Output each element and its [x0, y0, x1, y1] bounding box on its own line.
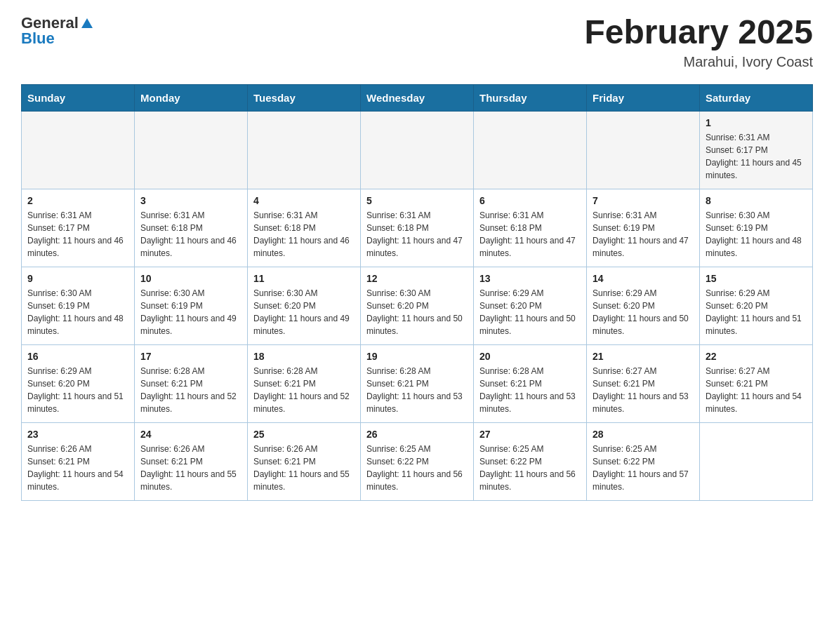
title-block: February 2025 Marahui, Ivory Coast: [584, 14, 813, 70]
table-row: 13Sunrise: 6:29 AM Sunset: 6:20 PM Dayli…: [474, 267, 587, 344]
day-number: 6: [479, 195, 581, 206]
day-info: Sunrise: 6:26 AM Sunset: 6:21 PM Dayligh…: [140, 443, 241, 493]
table-row: 15Sunrise: 6:29 AM Sunset: 6:20 PM Dayli…: [700, 267, 813, 344]
table-row: 6Sunrise: 6:31 AM Sunset: 6:18 PM Daylig…: [474, 189, 587, 267]
day-info: Sunrise: 6:31 AM Sunset: 6:18 PM Dayligh…: [366, 209, 468, 260]
day-info: Sunrise: 6:31 AM Sunset: 6:17 PM Dayligh…: [27, 209, 128, 260]
day-number: 14: [593, 273, 694, 284]
page-header: General Blue February 2025 Marahui, Ivor…: [21, 14, 813, 70]
day-number: 22: [706, 351, 807, 362]
calendar-week-row: 16Sunrise: 6:29 AM Sunset: 6:20 PM Dayli…: [22, 344, 813, 422]
header-monday: Monday: [135, 84, 248, 111]
day-number: 4: [253, 195, 355, 206]
svg-marker-0: [81, 18, 93, 28]
day-number: 20: [479, 351, 581, 362]
day-info: Sunrise: 6:29 AM Sunset: 6:20 PM Dayligh…: [479, 287, 581, 337]
table-row: 9Sunrise: 6:30 AM Sunset: 6:19 PM Daylig…: [22, 267, 135, 344]
table-row: [248, 111, 361, 189]
day-info: Sunrise: 6:28 AM Sunset: 6:21 PM Dayligh…: [253, 365, 355, 415]
month-title: February 2025: [584, 14, 813, 51]
table-row: 5Sunrise: 6:31 AM Sunset: 6:18 PM Daylig…: [361, 189, 474, 267]
table-row: 1Sunrise: 6:31 AM Sunset: 6:17 PM Daylig…: [700, 111, 813, 189]
day-info: Sunrise: 6:31 AM Sunset: 6:18 PM Dayligh…: [140, 209, 241, 260]
logo-blue: Blue: [21, 29, 55, 48]
day-info: Sunrise: 6:30 AM Sunset: 6:19 PM Dayligh…: [27, 287, 128, 337]
logo-triangle-icon: [80, 17, 94, 31]
calendar-week-row: 9Sunrise: 6:30 AM Sunset: 6:19 PM Daylig…: [22, 267, 813, 344]
calendar-week-row: 1Sunrise: 6:31 AM Sunset: 6:17 PM Daylig…: [22, 111, 813, 189]
day-number: 9: [27, 273, 128, 284]
logo: General Blue: [21, 14, 94, 48]
table-row: [587, 111, 700, 189]
day-number: 2: [27, 195, 128, 206]
weekday-header-row: Sunday Monday Tuesday Wednesday Thursday…: [22, 84, 813, 111]
day-info: Sunrise: 6:29 AM Sunset: 6:20 PM Dayligh…: [706, 287, 807, 337]
day-info: Sunrise: 6:25 AM Sunset: 6:22 PM Dayligh…: [479, 443, 581, 493]
table-row: 3Sunrise: 6:31 AM Sunset: 6:18 PM Daylig…: [135, 189, 248, 267]
day-number: 7: [593, 195, 694, 206]
table-row: 28Sunrise: 6:25 AM Sunset: 6:22 PM Dayli…: [587, 422, 700, 500]
table-row: 14Sunrise: 6:29 AM Sunset: 6:20 PM Dayli…: [587, 267, 700, 344]
day-info: Sunrise: 6:27 AM Sunset: 6:21 PM Dayligh…: [706, 365, 807, 415]
day-info: Sunrise: 6:28 AM Sunset: 6:21 PM Dayligh…: [140, 365, 241, 415]
day-info: Sunrise: 6:30 AM Sunset: 6:20 PM Dayligh…: [366, 287, 468, 337]
day-info: Sunrise: 6:28 AM Sunset: 6:21 PM Dayligh…: [479, 365, 581, 415]
header-saturday: Saturday: [700, 84, 813, 111]
table-row: 16Sunrise: 6:29 AM Sunset: 6:20 PM Dayli…: [22, 344, 135, 422]
day-info: Sunrise: 6:26 AM Sunset: 6:21 PM Dayligh…: [253, 443, 355, 493]
day-number: 28: [593, 429, 694, 440]
table-row: [361, 111, 474, 189]
day-info: Sunrise: 6:31 AM Sunset: 6:19 PM Dayligh…: [593, 209, 694, 260]
table-row: 26Sunrise: 6:25 AM Sunset: 6:22 PM Dayli…: [361, 422, 474, 500]
day-number: 10: [140, 273, 241, 284]
day-number: 25: [253, 429, 355, 440]
day-info: Sunrise: 6:25 AM Sunset: 6:22 PM Dayligh…: [366, 443, 468, 493]
table-row: 27Sunrise: 6:25 AM Sunset: 6:22 PM Dayli…: [474, 422, 587, 500]
logo-text-block: General Blue: [21, 14, 94, 48]
day-info: Sunrise: 6:31 AM Sunset: 6:18 PM Dayligh…: [253, 209, 355, 260]
header-thursday: Thursday: [474, 84, 587, 111]
table-row: 18Sunrise: 6:28 AM Sunset: 6:21 PM Dayli…: [248, 344, 361, 422]
day-info: Sunrise: 6:29 AM Sunset: 6:20 PM Dayligh…: [593, 287, 694, 337]
day-number: 27: [479, 429, 581, 440]
table-row: 4Sunrise: 6:31 AM Sunset: 6:18 PM Daylig…: [248, 189, 361, 267]
day-number: 17: [140, 351, 241, 362]
header-tuesday: Tuesday: [248, 84, 361, 111]
day-number: 11: [253, 273, 355, 284]
calendar-week-row: 23Sunrise: 6:26 AM Sunset: 6:21 PM Dayli…: [22, 422, 813, 500]
table-row: 17Sunrise: 6:28 AM Sunset: 6:21 PM Dayli…: [135, 344, 248, 422]
day-number: 24: [140, 429, 241, 440]
table-row: [22, 111, 135, 189]
table-row: 2Sunrise: 6:31 AM Sunset: 6:17 PM Daylig…: [22, 189, 135, 267]
calendar-table: Sunday Monday Tuesday Wednesday Thursday…: [21, 84, 813, 501]
header-friday: Friday: [587, 84, 700, 111]
day-number: 19: [366, 351, 468, 362]
day-info: Sunrise: 6:29 AM Sunset: 6:20 PM Dayligh…: [27, 365, 128, 415]
table-row: 25Sunrise: 6:26 AM Sunset: 6:21 PM Dayli…: [248, 422, 361, 500]
calendar-week-row: 2Sunrise: 6:31 AM Sunset: 6:17 PM Daylig…: [22, 189, 813, 267]
day-number: 26: [366, 429, 468, 440]
header-wednesday: Wednesday: [361, 84, 474, 111]
day-info: Sunrise: 6:30 AM Sunset: 6:19 PM Dayligh…: [706, 209, 807, 260]
table-row: 20Sunrise: 6:28 AM Sunset: 6:21 PM Dayli…: [474, 344, 587, 422]
day-number: 5: [366, 195, 468, 206]
table-row: [700, 422, 813, 500]
table-row: 11Sunrise: 6:30 AM Sunset: 6:20 PM Dayli…: [248, 267, 361, 344]
day-info: Sunrise: 6:28 AM Sunset: 6:21 PM Dayligh…: [366, 365, 468, 415]
table-row: 22Sunrise: 6:27 AM Sunset: 6:21 PM Dayli…: [700, 344, 813, 422]
table-row: 10Sunrise: 6:30 AM Sunset: 6:19 PM Dayli…: [135, 267, 248, 344]
table-row: 7Sunrise: 6:31 AM Sunset: 6:19 PM Daylig…: [587, 189, 700, 267]
day-number: 16: [27, 351, 128, 362]
day-number: 12: [366, 273, 468, 284]
location: Marahui, Ivory Coast: [584, 54, 813, 70]
day-info: Sunrise: 6:31 AM Sunset: 6:17 PM Dayligh…: [706, 131, 807, 182]
day-info: Sunrise: 6:30 AM Sunset: 6:19 PM Dayligh…: [140, 287, 241, 337]
day-info: Sunrise: 6:27 AM Sunset: 6:21 PM Dayligh…: [593, 365, 694, 415]
day-number: 13: [479, 273, 581, 284]
day-number: 21: [593, 351, 694, 362]
table-row: 21Sunrise: 6:27 AM Sunset: 6:21 PM Dayli…: [587, 344, 700, 422]
table-row: 8Sunrise: 6:30 AM Sunset: 6:19 PM Daylig…: [700, 189, 813, 267]
day-number: 23: [27, 429, 128, 440]
header-sunday: Sunday: [22, 84, 135, 111]
day-info: Sunrise: 6:30 AM Sunset: 6:20 PM Dayligh…: [253, 287, 355, 337]
